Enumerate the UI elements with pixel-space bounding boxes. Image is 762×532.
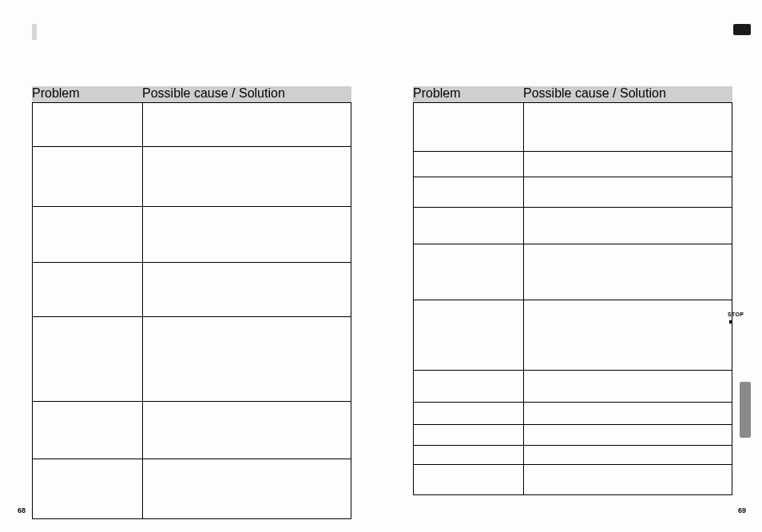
cell-problem xyxy=(33,263,143,316)
table-row xyxy=(33,401,351,459)
table-row xyxy=(33,316,351,401)
cell-cause xyxy=(524,152,732,177)
stop-label: STOP xyxy=(728,312,744,326)
table-row: STOP xyxy=(414,244,732,300)
table-row xyxy=(414,103,732,151)
table-row xyxy=(414,424,732,445)
table-body: STOP STOP xyxy=(413,102,732,495)
table-row xyxy=(414,370,732,402)
cell-cause xyxy=(524,208,732,244)
cell-cause xyxy=(524,371,732,402)
page-number: 68 xyxy=(18,506,26,514)
cell-cause xyxy=(524,103,732,151)
cell-problem xyxy=(33,103,143,146)
cell-problem xyxy=(33,317,143,401)
page-left: Problem Possible cause / Solution xyxy=(0,0,381,532)
cell-problem xyxy=(33,147,143,206)
cell-problem xyxy=(414,371,524,402)
page-marker-right xyxy=(733,24,751,35)
header-cause: Possible cause / Solution xyxy=(523,86,732,102)
cell-problem xyxy=(33,402,143,459)
cell-cause: STOP xyxy=(524,300,732,370)
table-header: Problem Possible cause / Solution xyxy=(413,86,732,102)
cell-cause xyxy=(143,459,351,518)
cell-problem xyxy=(414,300,524,370)
cell-cause xyxy=(143,317,351,401)
cell-problem xyxy=(414,152,524,177)
page-number: 69 xyxy=(738,506,746,514)
cell-cause: STOP xyxy=(524,244,732,300)
cell-problem xyxy=(414,208,524,244)
table-row xyxy=(33,262,351,316)
table-body xyxy=(32,102,351,519)
cell-cause xyxy=(524,446,732,464)
cell-problem xyxy=(414,465,524,494)
troubleshooting-table-right: Problem Possible cause / Solution xyxy=(413,86,732,495)
cell-problem xyxy=(414,425,524,445)
table-row xyxy=(33,459,351,518)
table-row xyxy=(33,146,351,206)
page-right: Problem Possible cause / Solution xyxy=(381,0,762,532)
cell-cause xyxy=(143,402,351,459)
cell-cause xyxy=(524,403,732,424)
table-row: STOP xyxy=(414,300,732,370)
table-row xyxy=(33,103,351,146)
cell-problem xyxy=(414,103,524,151)
table-row xyxy=(414,445,732,464)
cell-cause xyxy=(143,263,351,316)
cell-cause xyxy=(524,465,732,494)
cell-cause xyxy=(524,177,732,207)
cell-problem xyxy=(414,446,524,464)
thumb-tab xyxy=(740,382,751,438)
table-row xyxy=(414,464,732,494)
table-header: Problem Possible cause / Solution xyxy=(32,86,351,102)
cell-cause xyxy=(524,425,732,445)
cell-problem xyxy=(414,177,524,207)
cell-problem xyxy=(33,459,143,518)
document-spread: Problem Possible cause / Solution xyxy=(0,0,762,532)
table-row xyxy=(33,206,351,262)
header-problem: Problem xyxy=(413,86,523,102)
cell-cause xyxy=(143,103,351,146)
header-cause: Possible cause / Solution xyxy=(142,86,351,102)
table-row xyxy=(414,177,732,207)
troubleshooting-table-left: Problem Possible cause / Solution xyxy=(32,86,351,519)
cell-problem xyxy=(414,403,524,424)
cell-cause xyxy=(143,147,351,206)
cell-problem xyxy=(33,207,143,262)
page-marker-left xyxy=(32,24,37,40)
stop-icon xyxy=(729,320,732,324)
table-row xyxy=(414,402,732,424)
table-row xyxy=(414,207,732,244)
stop-text: STOP xyxy=(728,312,744,317)
header-problem: Problem xyxy=(32,86,142,102)
cell-problem xyxy=(414,244,524,300)
table-row xyxy=(414,151,732,177)
cell-cause xyxy=(143,207,351,262)
